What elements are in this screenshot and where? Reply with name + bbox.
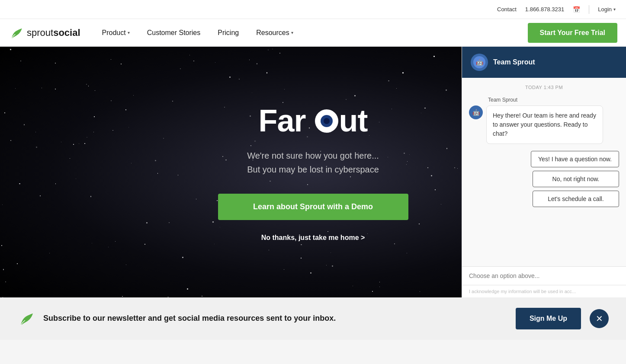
contact-label: Contact: [497, 6, 517, 13]
chat-option-question[interactable]: Yes! I have a question now.: [531, 151, 619, 167]
chat-bot-avatar: 🤖: [469, 105, 483, 119]
home-link[interactable]: No thanks, just take me home >: [261, 234, 365, 241]
footer-banner: Subscribe to our newsletter and get soci…: [0, 297, 626, 340]
chat-body: TODAY 1:43 PM Team Sprout 🤖 Hey there! O…: [462, 78, 626, 266]
start-free-trial-button[interactable]: Start Your Free Trial: [528, 23, 617, 43]
nav-item-resources[interactable]: Resources ▾: [247, 19, 302, 47]
chat-bubble: Hey there! Our team is here and ready to…: [486, 105, 603, 144]
chat-input[interactable]: [469, 272, 619, 279]
chat-sender-label: Team Sprout: [488, 97, 619, 103]
chat-bot-icon: 🤖: [473, 56, 485, 68]
chat-footer: I acknowledge my information will be use…: [462, 266, 626, 297]
chevron-down-icon: ▾: [613, 7, 616, 12]
chat-header: 🤖 Team Sprout: [462, 47, 626, 78]
chat-widget: 🤖 Team Sprout TODAY 1:43 PM Team Sprout …: [462, 47, 626, 297]
login-button[interactable]: Login ▾: [598, 6, 616, 13]
chat-message-row: 🤖 Hey there! Our team is here and ready …: [469, 105, 619, 144]
logo-text: sproutsocial: [27, 27, 80, 38]
hero-section: Far ut We're not sure how you got here..…: [0, 47, 626, 297]
calendar-icon[interactable]: 📅: [573, 6, 580, 13]
logo[interactable]: sproutsocial: [9, 26, 80, 40]
close-banner-button[interactable]: ✕: [590, 309, 609, 328]
bot-icon: 🤖: [472, 109, 480, 116]
nav-item-pricing[interactable]: Pricing: [209, 19, 247, 47]
chat-disclaimer: I acknowledge my information will be use…: [462, 285, 626, 297]
chat-option-no[interactable]: No, not right now.: [533, 171, 619, 187]
nav-items: Product ▾ Customer Stories Pricing Resou…: [93, 19, 528, 47]
divider: [589, 5, 589, 14]
phone-number[interactable]: 1.866.878.3231: [525, 6, 564, 13]
chevron-down-icon: ▾: [128, 30, 130, 35]
chat-timestamp: TODAY 1:43 PM: [469, 85, 619, 90]
chat-options: Yes! I have a question now. No, not righ…: [469, 151, 619, 207]
hero-content: Far ut We're not sure how you got here..…: [218, 103, 408, 242]
chat-avatar: 🤖: [471, 54, 488, 71]
chevron-down-icon: ▾: [291, 30, 293, 35]
eye-icon: [315, 109, 338, 133]
nav-item-customer-stories[interactable]: Customer Stories: [138, 19, 209, 47]
top-bar: Contact 1.866.878.3231 📅 Login ▾: [0, 0, 626, 19]
footer-newsletter-text: Subscribe to our newsletter and get soci…: [43, 313, 507, 324]
sign-me-up-button[interactable]: Sign Me Up: [516, 308, 581, 329]
logo-leaf-icon: [9, 26, 23, 40]
chat-option-schedule[interactable]: Let's schedule a call.: [533, 191, 619, 207]
chat-header-title: Team Sprout: [493, 58, 535, 66]
demo-cta-button[interactable]: Learn about Sprout with a Demo: [218, 194, 408, 220]
chat-input-area[interactable]: [462, 267, 626, 285]
nav-bar: sproutsocial Product ▾ Customer Stories …: [0, 19, 626, 47]
hero-title: Far ut: [218, 103, 408, 138]
footer-leaf-icon: [17, 310, 35, 327]
hero-subtitle: We're not sure how you got here... But y…: [218, 149, 408, 176]
nav-item-product[interactable]: Product ▾: [93, 19, 138, 47]
